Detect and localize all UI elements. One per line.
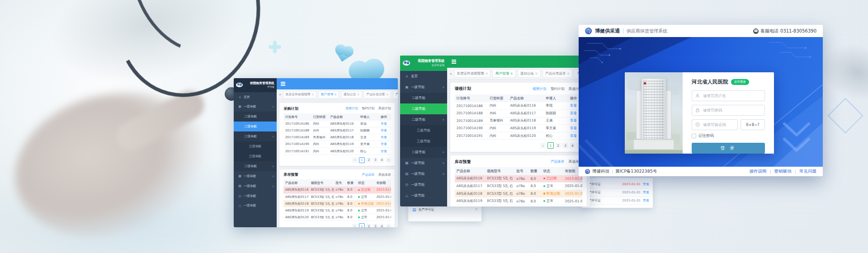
quick-link[interactable]: 领用计划	[345, 106, 358, 111]
table-row: ABS床头柜0116BCS33型 5孔 右o78o8.0已过期2023-01-0…	[283, 187, 391, 193]
sidebar-item[interactable]: ▤一级导航∨	[234, 181, 277, 191]
page-button[interactable]: 3	[373, 158, 378, 163]
page-button[interactable]: 2	[366, 224, 371, 227]
table-cell: BCS33型 5孔 右	[309, 187, 334, 192]
captcha-question[interactable]: 6+8=?	[741, 119, 765, 130]
view-link[interactable]: 查看	[381, 129, 387, 132]
tab-product-outbound[interactable]: 产品出库⊙	[393, 91, 398, 98]
page-button[interactable]: 4	[570, 143, 575, 148]
page-button[interactable]: 4	[379, 224, 384, 227]
tab-label: 产品分类设置	[545, 71, 566, 76]
sidebar-item[interactable]: ▤一级导航∨	[400, 169, 447, 179]
table-row: ABS床头柜0120BCS33型 5孔 右o78o8.0正常2025-01-01	[455, 205, 582, 206]
footer-link-faq[interactable]: 常见问题	[799, 169, 816, 174]
view-link[interactable]: 查看	[570, 111, 577, 115]
collapse-tabs-button[interactable]: «	[450, 71, 452, 76]
username-field[interactable]	[692, 90, 765, 101]
quick-link[interactable]: 高值计划	[378, 106, 391, 111]
tab-cert-expiry[interactable]: 资质证件效期预警⊙	[283, 91, 316, 98]
sidebar-item[interactable]: 二级导航	[400, 93, 447, 103]
next-page-button[interactable]: ›	[386, 158, 391, 163]
page-button[interactable]: 3	[562, 143, 568, 148]
sidebar-nav: ⌂首页▣一级导航∧二级导航二级导航二级导航∧三级导航三级导航二级导航∨▦一级导航…	[234, 92, 277, 227]
pagination: ‹1234›	[455, 142, 582, 149]
sidebar-item[interactable]: 二级导航∨	[234, 161, 277, 171]
tab-user-mgmt[interactable]: 用户管理⊙	[318, 91, 340, 98]
view-link[interactable]: 查看	[570, 134, 577, 138]
expiry-cell: 2025-01-01	[375, 195, 391, 199]
tab-notice[interactable]: 通知公告⊙	[341, 91, 362, 98]
page-button[interactable]: 2	[556, 143, 561, 148]
page-button[interactable]: 4	[379, 158, 384, 163]
quick-link[interactable]: 领用计划	[533, 87, 546, 91]
page-button[interactable]: 3	[373, 224, 378, 227]
remember-checkbox[interactable]	[692, 134, 696, 138]
sidebar-item[interactable]: 二级导航∧	[234, 131, 277, 141]
sidebar-item[interactable]: △一级导航	[400, 190, 447, 201]
prev-page-button[interactable]: ‹	[540, 143, 546, 148]
view-link[interactable]: 查看	[570, 118, 577, 122]
page-button[interactable]: 2	[366, 158, 371, 163]
quick-link[interactable]: 产品库存	[362, 173, 375, 177]
collapse-tabs-button[interactable]: «	[279, 93, 281, 97]
sidebar-item[interactable]: ◎一级导航	[400, 179, 447, 190]
quick-link[interactable]: 预约计划	[551, 87, 564, 91]
chevron-down-icon[interactable]: ∨	[475, 207, 477, 211]
view-link[interactable]: 查看	[643, 198, 649, 203]
view-link[interactable]: 查看	[381, 136, 387, 139]
password-field[interactable]	[692, 105, 765, 116]
status-badge: 正常	[361, 216, 368, 219]
sidebar-item[interactable]: 二级导航	[234, 112, 277, 122]
sidebar-item[interactable]: 二级导航	[400, 103, 447, 114]
login-button[interactable]: 登 录	[692, 143, 765, 154]
column-header: 操作	[379, 115, 391, 119]
captcha-field[interactable]	[692, 119, 738, 130]
table-cell: 20171001A190	[283, 142, 311, 146]
view-link[interactable]: 查看	[643, 190, 649, 195]
view-link[interactable]: 查看	[381, 122, 387, 126]
prev-page-button[interactable]: ‹	[352, 224, 357, 227]
sidebar-item[interactable]: 二级导航∨	[400, 147, 447, 158]
quick-link[interactable]: 高值库存	[378, 173, 391, 177]
sidebar-item[interactable]: 三级导航	[234, 141, 277, 151]
quick-link[interactable]: 产品库存	[551, 159, 564, 164]
menu-icon[interactable]	[281, 82, 285, 83]
view-link[interactable]: 查看	[570, 126, 577, 130]
sidebar-item[interactable]: ▦一级导航∨	[400, 158, 447, 169]
sidebar-item[interactable]: 二级导航∧	[400, 114, 447, 125]
tab-category-setting[interactable]: 产品分类设置⊙	[542, 69, 572, 78]
page-button[interactable]: 1	[359, 157, 365, 163]
sidebar-item[interactable]: 二级导航	[234, 122, 277, 131]
quick-link[interactable]: 预约计划	[362, 106, 375, 111]
tab-notice[interactable]: 通知公告⊙	[518, 69, 541, 78]
next-page-button[interactable]: ›	[386, 224, 391, 227]
sidebar-item[interactable]: ⌂首页	[400, 71, 447, 82]
sidebar-item[interactable]: ◎一级导航	[234, 191, 277, 201]
view-link[interactable]: 查看	[570, 103, 577, 108]
page-button[interactable]: 1	[547, 142, 554, 149]
sidebar-item-label: 三级导航	[249, 154, 262, 159]
sidebar-item[interactable]: ▦一级导航∨	[234, 171, 277, 181]
view-link[interactable]: 查看	[381, 142, 387, 146]
sidebar-item-label: 首页	[244, 95, 250, 99]
sidebar-item[interactable]: △一级导航	[234, 201, 277, 211]
captcha-input[interactable]	[702, 122, 734, 127]
tab-category-setting[interactable]: 产品分类设置⊙	[363, 91, 391, 98]
sidebar-item[interactable]: ▣一级导航∧	[234, 102, 277, 112]
sidebar-item[interactable]: 三级导航	[234, 151, 277, 161]
menu-icon[interactable]	[452, 60, 456, 61]
footer-link-key-driver[interactable]: 密钥驱动	[774, 169, 792, 174]
sidebar-item[interactable]: ▣一级导航∧	[400, 82, 447, 93]
tab-cert-expiry[interactable]: 资质证件效期预警⊙	[454, 69, 491, 78]
footer-link-manual[interactable]: 操作说明	[750, 169, 767, 174]
password-input[interactable]	[702, 108, 761, 113]
sidebar-item[interactable]: 三级导航	[400, 136, 447, 147]
sidebar-item[interactable]: ⌂首页	[234, 92, 277, 102]
view-link[interactable]: 查看	[381, 150, 387, 153]
view-link[interactable]: 查看	[643, 182, 649, 187]
username-input[interactable]	[702, 93, 761, 98]
sidebar-item[interactable]: 三级导航	[400, 125, 447, 136]
prev-page-button[interactable]: ‹	[352, 158, 357, 163]
page-button[interactable]: 1	[359, 223, 365, 227]
tab-user-mgmt[interactable]: 用户管理⊙	[492, 69, 515, 78]
